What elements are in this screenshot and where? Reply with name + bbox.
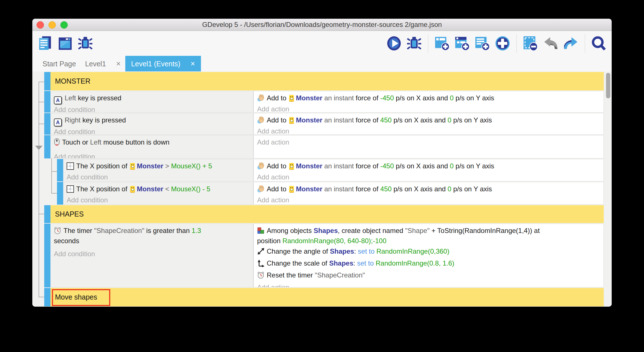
- add-action-link[interactable]: Add action: [257, 196, 601, 204]
- add-condition-link[interactable]: Add condition: [54, 128, 250, 135]
- tree-tick: [39, 297, 44, 297]
- tab-label: Level1: [85, 60, 106, 68]
- add-force-icon: [257, 185, 264, 195]
- event-row: The timer "ShapeCreation" is greater tha…: [44, 224, 604, 287]
- add-subevent-icon[interactable]: [455, 36, 470, 51]
- tree-tick: [39, 124, 44, 124]
- event-bar: [44, 135, 50, 158]
- event-bar: [44, 224, 50, 287]
- events-list: MONSTER ALeft key is pressed Add conditi…: [44, 72, 604, 307]
- add-action-link[interactable]: Add action: [257, 105, 601, 113]
- window-title: GDevelop 5 - /Users/florian/Downloads/ge…: [202, 21, 442, 29]
- add-condition-link[interactable]: Add condition: [54, 106, 250, 113]
- action-text[interactable]: Add to Monster an instant force of 450 p…: [257, 116, 601, 126]
- tree-rail: [39, 82, 39, 297]
- debug-toolbar-icon[interactable]: [406, 36, 422, 51]
- add-action-link[interactable]: Add action: [257, 127, 601, 135]
- add-action-link[interactable]: Add action: [257, 283, 601, 287]
- minimize-window-button[interactable]: [48, 21, 56, 29]
- group-label: SHAPES: [55, 210, 84, 218]
- tab-start-page[interactable]: Start Page: [38, 56, 80, 72]
- angle-icon: [257, 248, 264, 257]
- action-text[interactable]: Change the angle of Shapes: set to Rando…: [257, 247, 601, 257]
- events-sheet: MONSTER ALeft key is pressed Add conditi…: [32, 71, 612, 307]
- add-force-icon: [257, 94, 264, 104]
- event-bar: [44, 91, 50, 113]
- condition-text-wrap[interactable]: seconds: [54, 236, 250, 245]
- keyboard-key-icon: A: [54, 96, 62, 104]
- tab-bar: Start Page Level1 × Level1 (Events) ×: [32, 56, 612, 72]
- tab-level1[interactable]: Level1 ×: [80, 56, 125, 72]
- traffic-lights: [37, 21, 68, 29]
- add-action-link[interactable]: Add action: [257, 173, 601, 181]
- sub-event-row: The X position of Monster > MouseX() + 5…: [57, 159, 604, 181]
- condition-text[interactable]: Touch or Left mouse button is down: [54, 138, 250, 148]
- group-row-move-shapes[interactable]: Move shapes: [44, 288, 604, 306]
- event-bar: [57, 159, 63, 181]
- monster-object-icon: [289, 95, 294, 102]
- debug-icon[interactable]: [78, 36, 93, 51]
- keyboard-key-icon: A: [54, 118, 62, 126]
- add-condition-link[interactable]: Add condition: [67, 173, 250, 181]
- action-text[interactable]: Among objects Shapes, create object name…: [257, 226, 601, 245]
- condition-text[interactable]: ARight key is pressed: [54, 116, 250, 126]
- tree-tick: [39, 82, 44, 82]
- action-text[interactable]: Reset the timer "ShapeCreation": [257, 271, 601, 281]
- close-tab-icon[interactable]: ×: [190, 60, 195, 68]
- action-text[interactable]: Add to Monster an instant force of -450 …: [257, 94, 601, 104]
- condition-text[interactable]: The X position of Monster > MouseX() + 5: [67, 162, 250, 172]
- remove-event-icon[interactable]: [523, 36, 538, 51]
- event-bar: [57, 182, 63, 205]
- redo-icon[interactable]: [563, 36, 579, 51]
- toolbar-right: [386, 34, 607, 53]
- gdevelop-window: GDevelop 5 - /Users/florian/Downloads/ge…: [32, 19, 612, 307]
- create-object-icon: [257, 227, 264, 236]
- add-condition-link[interactable]: Add condition: [54, 250, 250, 258]
- undo-icon[interactable]: [543, 36, 558, 51]
- action-text[interactable]: Change the scale of Shapes: set to Rando…: [257, 259, 601, 269]
- action-text[interactable]: Add to Monster an instant force of -450 …: [257, 162, 601, 172]
- monster-object-icon: [289, 117, 294, 124]
- zoom-window-button[interactable]: [60, 21, 68, 29]
- event-bar: [44, 113, 50, 135]
- close-tab-icon[interactable]: ×: [116, 60, 121, 68]
- add-condition-link[interactable]: Add condition: [67, 196, 250, 204]
- position-icon: [67, 185, 74, 195]
- add-comment-icon[interactable]: [475, 36, 490, 51]
- scale-icon: [257, 260, 264, 269]
- add-condition-link[interactable]: Add condition: [54, 153, 250, 158]
- tab-label: Start Page: [43, 60, 76, 68]
- action-text[interactable]: Add to Monster an instant force of 450 p…: [257, 185, 601, 195]
- position-icon: [67, 162, 74, 172]
- mouse-icon: [54, 138, 60, 148]
- timer-icon: [257, 272, 264, 281]
- play-icon[interactable]: [386, 36, 402, 51]
- group-label: MONSTER: [55, 77, 90, 85]
- toolbar-separator: [585, 34, 585, 53]
- add-other-event-icon[interactable]: [495, 36, 510, 51]
- add-event-icon[interactable]: [435, 36, 450, 51]
- add-force-icon: [257, 116, 264, 126]
- condition-text[interactable]: The X position of Monster < MouseX() - 5: [67, 185, 250, 195]
- toolbar-separator: [516, 34, 517, 53]
- toolbar-separator: [428, 34, 428, 53]
- tab-level1-events[interactable]: Level1 (Events) ×: [125, 56, 201, 72]
- toolbar-left: [37, 36, 93, 51]
- tutorial-highlight-box: [52, 289, 110, 306]
- add-action-link[interactable]: Add action: [257, 138, 601, 146]
- collapse-triangle-icon[interactable]: [35, 146, 43, 150]
- desktop: { "titlebar": { "title": "GDevelop 5 - /…: [0, 0, 644, 352]
- event-row: ALeft key is pressed Add condition Add t…: [44, 91, 604, 113]
- group-row-shapes[interactable]: SHAPES: [44, 205, 604, 223]
- search-icon[interactable]: [591, 36, 607, 51]
- condition-text[interactable]: The timer "ShapeCreation" is greater tha…: [54, 226, 250, 236]
- toolbar: [32, 31, 612, 56]
- group-row-monster[interactable]: MONSTER: [44, 72, 604, 90]
- vertical-scrollbar[interactable]: [606, 73, 610, 98]
- project-manager-icon[interactable]: [37, 36, 53, 51]
- tree-tick: [39, 214, 44, 214]
- scene-editor-icon[interactable]: [58, 36, 73, 51]
- monster-object-icon: [130, 186, 135, 193]
- close-window-button[interactable]: [37, 21, 44, 29]
- condition-text[interactable]: ALeft key is pressed: [54, 94, 250, 104]
